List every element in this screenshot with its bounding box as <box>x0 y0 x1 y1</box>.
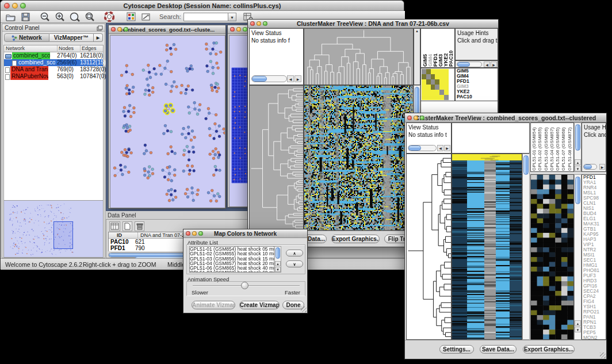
settings-button[interactable]: Settings... <box>439 345 474 354</box>
summary-heatmap-cell[interactable] <box>426 79 431 85</box>
tv1-column-dendrogram[interactable] <box>304 28 414 85</box>
zoom-window-icon[interactable] <box>20 3 26 9</box>
summary-heatmap-cell[interactable] <box>444 85 449 90</box>
close-icon[interactable] <box>111 27 116 32</box>
summary-heatmap-cell[interactable] <box>431 85 435 90</box>
scrollbar-thumb[interactable] <box>575 177 580 204</box>
tv1-dendro-vscrollbar[interactable]: ▲ <box>414 28 420 85</box>
network-view-titlebar[interactable]: combined_scores_good.txt--cluste... <box>109 25 225 34</box>
scroll-right-icon[interactable]: ▶ <box>294 75 301 82</box>
birdseye-view[interactable] <box>3 200 104 258</box>
minimize-icon[interactable] <box>12 3 18 9</box>
summary-heatmap-cell[interactable] <box>422 95 426 100</box>
col-network[interactable]: Network <box>6 45 25 51</box>
tab-vizmapper[interactable]: VizMapper™ <box>49 33 94 42</box>
tv1-hints-hscrollbar[interactable] <box>457 62 482 67</box>
attribute-list-item[interactable]: GPL51-07 (GSM868) heat shock 60 min <box>190 270 281 273</box>
search-input[interactable] <box>183 13 228 21</box>
tv2-zoom-heatmap-canvas[interactable] <box>531 175 573 339</box>
summary-heatmap-cell[interactable] <box>435 90 439 95</box>
tv2-global-heatmap[interactable] <box>452 154 522 340</box>
summary-heatmap-cell[interactable] <box>426 69 431 74</box>
scroll-left-icon[interactable]: ◀ <box>484 62 490 67</box>
move-up-button[interactable]: ∧ <box>286 250 303 256</box>
tv1-column-label[interactable]: GIM5 <box>422 29 427 67</box>
summary-heatmap-cell[interactable] <box>439 74 444 79</box>
summary-heatmap-cell[interactable] <box>444 74 449 79</box>
tabs-overflow-button[interactable]: ▶ <box>94 33 103 42</box>
scroll-right-icon[interactable]: ▶ <box>444 145 450 151</box>
animate-vizmap-button[interactable]: Animate Vizmap <box>192 301 235 309</box>
tv2-column-label[interactable]: GPL51-06 (GSM865) <box>555 124 561 171</box>
scrollbar-thumb[interactable] <box>252 76 267 82</box>
treeview2-titlebar[interactable]: ClusterMaker TreeView : combined_scores_… <box>405 113 606 122</box>
scroll-right-icon[interactable]: ▶ <box>491 62 497 67</box>
scroll-up-icon[interactable]: ▲ <box>575 320 581 326</box>
float-panel-icon[interactable] <box>97 25 103 31</box>
resize-grip[interactable] <box>301 306 307 312</box>
zoom-out-button[interactable] <box>39 10 51 23</box>
tv2-global-heatmap-canvas[interactable] <box>452 154 522 339</box>
save-data-button[interactable]: Save Data... <box>480 345 517 354</box>
attribute-list-vscrollbar[interactable]: ▲ ▼ <box>274 246 281 273</box>
summary-heatmap-cell[interactable] <box>435 85 439 90</box>
summary-heatmap-cell[interactable] <box>422 85 426 90</box>
minimize-icon[interactable] <box>257 21 261 26</box>
tv2-column-label[interactable]: GPL51-07 (GSM868) <box>561 124 567 171</box>
summary-heatmap-cell[interactable] <box>439 95 444 100</box>
gene-label[interactable]: MON2 <box>582 335 606 340</box>
tv1-status-hscrollbar[interactable] <box>251 75 287 82</box>
summary-heatmap-cell[interactable] <box>444 90 449 95</box>
tv1-column-label[interactable]: YKE2 <box>443 29 448 67</box>
tv2-zoom-vscrollbar[interactable]: ▲ ▼ <box>574 174 582 340</box>
summary-heatmap-cell[interactable] <box>431 90 435 95</box>
scroll-up-icon[interactable]: ▲ <box>275 261 281 266</box>
tv2-column-label[interactable]: GPL51-03 (GSM856) <box>544 124 549 171</box>
select-attributes-icon[interactable] <box>109 221 120 231</box>
summary-heatmap-cell[interactable] <box>439 90 444 95</box>
tv1-heatmap[interactable] <box>304 85 414 231</box>
summary-heatmap-cell[interactable] <box>422 90 426 95</box>
tv2-column-label[interactable]: GPL51-02 (GSM855) <box>537 124 543 171</box>
summary-heatmap-cell[interactable] <box>431 95 435 100</box>
resize-grip[interactable] <box>600 352 606 358</box>
scrollbar-thumb[interactable] <box>457 62 470 67</box>
zoom-window-icon[interactable] <box>420 116 424 120</box>
birdseye-viewport-rect[interactable] <box>53 221 73 249</box>
network-table-row[interactable]: RNAPuberNov2+|563(0)107847(0) <box>4 73 103 80</box>
tv1-heatmap-canvas[interactable] <box>304 86 413 230</box>
summary-heatmap-cell[interactable] <box>435 95 439 100</box>
scroll-right-icon[interactable]: ▶ <box>599 164 605 170</box>
col-nodes[interactable]: Nodes <box>57 45 74 51</box>
tv2-row-dendrogram-canvas[interactable] <box>407 154 451 339</box>
tv2-column-label[interactable]: GPL51-04 (GSM857) <box>549 124 555 171</box>
summary-heatmap-cell[interactable] <box>426 95 431 100</box>
minimize-icon[interactable] <box>414 116 418 120</box>
scroll-down-icon[interactable]: ▼ <box>275 267 281 272</box>
close-icon[interactable] <box>4 3 10 9</box>
new-attribute-icon[interactable] <box>123 221 132 231</box>
tv1-row-dendrogram-canvas[interactable] <box>250 86 303 230</box>
minimize-icon[interactable] <box>117 27 122 32</box>
scroll-down-icon[interactable]: ▼ <box>575 166 581 171</box>
tv2-column-label[interactable]: GPL51-01 (GSM854) <box>531 124 537 171</box>
main-titlebar[interactable]: Cytoscape Desktop (Session Name: collins… <box>1 1 404 11</box>
summary-heatmap-cell[interactable] <box>439 69 444 74</box>
summary-heatmap-cell[interactable] <box>422 74 426 79</box>
tv2-zoom-heatmap[interactable] <box>530 174 574 340</box>
zoom-window-icon[interactable] <box>198 231 203 236</box>
tv1-column-label[interactable]: GIM3 <box>438 29 443 67</box>
network-canvas[interactable] <box>110 35 225 208</box>
scroll-left-icon[interactable]: ◀ <box>287 75 294 82</box>
summary-heatmap-cell[interactable] <box>426 74 431 79</box>
summary-heatmap-cell[interactable] <box>444 69 449 74</box>
node-appearance-button[interactable] <box>125 10 137 23</box>
scrollbar-thumb[interactable] <box>575 124 580 151</box>
tv2-global-vscrollbar[interactable] <box>522 154 530 340</box>
minimize-icon[interactable] <box>192 231 197 236</box>
scroll-left-icon[interactable]: ◀ <box>437 145 443 151</box>
scrollbar-thumb[interactable] <box>584 164 592 169</box>
network-table-row[interactable]: DNA and Tran 07769(0)183728(0) <box>4 66 103 73</box>
summary-heatmap-cell[interactable] <box>426 85 431 90</box>
zoom-fit-button[interactable] <box>68 10 81 23</box>
